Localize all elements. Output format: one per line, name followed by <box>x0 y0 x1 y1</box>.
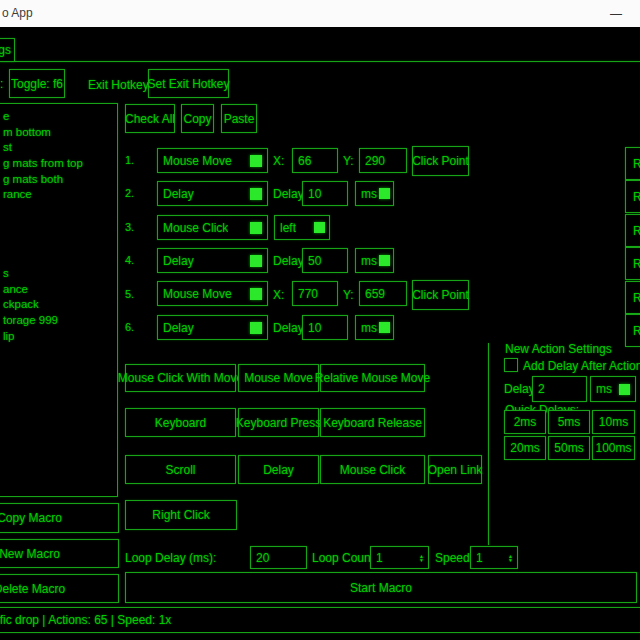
action-type-value: Mouse Click <box>163 221 228 235</box>
click-point-label: Click Point <box>412 288 469 302</box>
mouse-button-dropdown[interactable]: left <box>274 215 330 240</box>
delay-unit-dropdown[interactable]: ms <box>355 315 394 340</box>
button-label: Mouse Move <box>244 371 313 385</box>
remove-action-label: R <box>633 324 640 338</box>
button-label: 20ms <box>510 441 539 455</box>
delay-unit-dropdown[interactable]: ms <box>355 181 394 206</box>
minimize-button[interactable]: — <box>598 0 634 27</box>
remove-action-button[interactable]: R <box>625 247 640 280</box>
delay-input[interactable] <box>302 248 348 273</box>
spinner-down-icon[interactable]: ▼ <box>419 558 424 562</box>
macro-list-item[interactable] <box>0 250 117 266</box>
macro-list-item[interactable]: e <box>0 109 117 125</box>
remove-action-button[interactable]: R <box>625 214 640 247</box>
start-macro-button[interactable]: Start Macro <box>125 572 637 603</box>
set-exit-hotkey-button[interactable]: Set Exit Hotkey <box>148 69 229 98</box>
macro-list-item[interactable] <box>0 219 117 235</box>
macro-list-item[interactable]: rance <box>0 187 117 203</box>
button-label: 10ms <box>599 415 628 429</box>
add-mouse-click-with-move-button[interactable]: Mouse Click With Move <box>125 364 236 392</box>
button-label: Keyboard Release <box>323 416 422 430</box>
macro-list-item[interactable]: st <box>0 140 117 156</box>
quick-delay-20ms-button[interactable]: 20ms <box>504 436 546 460</box>
button-label: Delay <box>263 463 294 477</box>
spinner-down-icon[interactable]: ▼ <box>508 558 513 562</box>
copy-macro-button[interactable]: Copy Macro <box>0 503 119 533</box>
y-input[interactable] <box>359 281 407 306</box>
loop-count-label: Loop Count: <box>312 551 377 565</box>
action-type-dropdown[interactable]: Delay <box>157 248 268 273</box>
action-type-dropdown[interactable]: Mouse Move <box>157 281 268 306</box>
action-type-value: Delay <box>163 254 194 268</box>
y-input[interactable] <box>359 148 407 173</box>
action-type-dropdown[interactable]: Mouse Click <box>157 215 268 240</box>
quick-delay-2ms-button[interactable]: 2ms <box>504 410 546 434</box>
quick-delay-50ms-button[interactable]: 50ms <box>548 436 590 460</box>
mouse-button-value: left <box>280 221 296 235</box>
add-scroll-button[interactable]: Scroll <box>125 455 236 484</box>
x-input[interactable] <box>292 281 338 306</box>
delay-input[interactable] <box>302 181 348 206</box>
click-point-button[interactable]: Click Point <box>412 146 469 176</box>
macro-list-item[interactable] <box>0 235 117 251</box>
action-type-dropdown[interactable]: Delay <box>157 315 268 340</box>
loop-count-value: 1 <box>376 551 383 565</box>
quick-delay-100ms-button[interactable]: 100ms <box>592 436 635 460</box>
stepper-arrows[interactable]: ▲ ▼ <box>419 554 424 562</box>
action-type-dropdown[interactable]: Mouse Move <box>157 148 268 173</box>
action-type-dropdown[interactable]: Delay <box>157 181 268 206</box>
add-mouse-click-button[interactable]: Mouse Click <box>320 455 425 484</box>
x-input[interactable] <box>292 148 338 173</box>
status-text: ific drop | Actions: 65 | Speed: 1x <box>0 613 171 627</box>
stepper-arrows[interactable]: ▲ ▼ <box>508 554 513 562</box>
click-point-label: Click Point <box>412 154 469 168</box>
macro-list-item[interactable]: ance <box>0 282 117 298</box>
loop-count-stepper[interactable]: 1 ▲ ▼ <box>370 546 429 569</box>
dropdown-indicator-icon <box>379 188 390 199</box>
action-row-number: 5. <box>125 288 134 300</box>
macro-list-item[interactable]: s <box>0 266 117 282</box>
paste-actions-button[interactable]: Paste <box>221 104 257 133</box>
delay-input[interactable] <box>302 315 348 340</box>
macro-list-item[interactable] <box>0 203 117 219</box>
macro-list-item[interactable]: torage 999 <box>0 313 117 329</box>
copy-actions-button[interactable]: Copy <box>181 104 214 133</box>
remove-action-button[interactable]: R <box>625 180 640 213</box>
check-all-button[interactable]: Check All <box>125 104 175 133</box>
loop-delay-input[interactable] <box>250 546 307 569</box>
click-point-button[interactable]: Click Point <box>412 280 469 310</box>
add-mouse-move-button[interactable]: Mouse Move <box>238 364 319 392</box>
remove-action-button[interactable]: R <box>625 314 640 347</box>
add-right-click-button[interactable]: Right Click <box>125 500 237 530</box>
quick-delay-10ms-button[interactable]: 10ms <box>592 410 635 434</box>
add-keyboard-button[interactable]: Keyboard <box>125 408 236 437</box>
remove-action-button[interactable]: R <box>625 281 640 314</box>
add-keyboard-release-button[interactable]: Keyboard Release <box>320 408 425 437</box>
button-label: 5ms <box>558 415 581 429</box>
action-row-number: 4. <box>125 254 134 266</box>
remove-action-button[interactable]: R <box>625 147 640 180</box>
add-relative-mouse-move-button[interactable]: Relative Mouse Move <box>320 364 425 392</box>
title-bar: o App — <box>0 0 640 27</box>
button-label: 2ms <box>514 415 537 429</box>
add-delay-button[interactable]: Delay <box>238 455 319 484</box>
delay-unit-dropdown[interactable]: ms <box>355 248 394 273</box>
macro-listbox[interactable]: e m bottom st g mats from top g mats bot… <box>0 103 118 497</box>
add-delay-after-action-checkbox[interactable] <box>504 358 518 372</box>
macro-list-item[interactable]: g mats from top <box>0 156 117 172</box>
quick-delay-5ms-button[interactable]: 5ms <box>548 410 590 434</box>
new-macro-button[interactable]: New Macro <box>0 539 119 568</box>
toggle-hotkey-button[interactable]: Toggle: f6 <box>9 69 65 98</box>
new-action-delay-unit-dropdown[interactable]: ms <box>590 376 636 402</box>
button-label: Mouse Click <box>340 463 405 477</box>
speed-stepper[interactable]: 1 ▲ ▼ <box>470 546 518 569</box>
tab-settings[interactable]: gs <box>0 38 15 62</box>
delete-macro-button[interactable]: Delete Macro <box>0 574 119 603</box>
macro-list-item[interactable]: g mats both <box>0 172 117 188</box>
new-action-delay-input[interactable] <box>532 376 587 402</box>
add-keyboard-press-button[interactable]: Keyboard Press <box>238 408 319 437</box>
macro-list-item[interactable]: m bottom <box>0 125 117 141</box>
add-open-link-button[interactable]: Open Link <box>428 455 482 484</box>
macro-list-item[interactable]: ckpack <box>0 297 117 313</box>
macro-list-item[interactable]: lip <box>0 329 117 345</box>
